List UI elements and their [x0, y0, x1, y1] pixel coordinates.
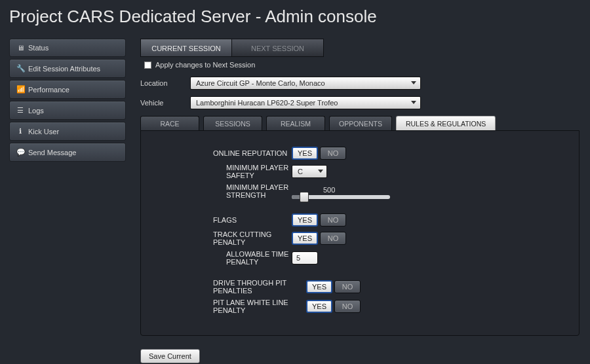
apply-next-checkbox[interactable] — [144, 62, 151, 69]
inner-tabs: RACE SESSIONS REALISM OPPONENTS RULES & … — [140, 116, 580, 130]
tab-next-session[interactable]: NEXT SESSION — [232, 39, 324, 57]
sidebar-item-kick-user[interactable]: ℹ Kick User — [9, 122, 126, 141]
track-cutting-toggle: YES NO — [292, 232, 346, 245]
vehicle-value: Lamborghini Huracan LP620-2 Super Trofeo — [196, 99, 338, 107]
min-strength-value: 500 — [323, 186, 335, 194]
sidebar-item-label: Status — [28, 44, 49, 52]
info-icon: ℹ — [16, 127, 24, 136]
rules-panel: ONLINE REPUTATION YES NO MINIMUM PLAYER … — [140, 130, 580, 336]
bars-icon: 📶 — [16, 85, 24, 94]
sidebar-item-label: Performance — [28, 86, 69, 94]
sidebar-item-label: Send Message — [28, 149, 76, 156]
drive-through-label: DRIVE THROUGH PIT PENALTIES — [154, 279, 306, 295]
allowable-time-input[interactable]: 5 — [292, 251, 318, 264]
sidebar-item-label: Edit Session Attributes — [28, 65, 100, 73]
tab-sessions[interactable]: SESSIONS — [203, 116, 262, 130]
tab-opponents[interactable]: OPPONENTS — [329, 116, 392, 130]
sidebar-item-status[interactable]: 🖥 Status — [9, 39, 126, 57]
sidebar-item-logs[interactable]: ☰ Logs — [9, 101, 126, 120]
pit-white-line-label: PIT LANE WHITE LINE PENALTY — [154, 299, 306, 314]
pit-white-line-yes[interactable]: YES — [306, 300, 332, 313]
chevron-down-icon — [411, 101, 416, 104]
save-current-button[interactable]: Save Current — [140, 349, 200, 363]
track-cutting-yes[interactable]: YES — [292, 232, 318, 245]
sidebar: 🖥 Status 🔧 Edit Session Attributes 📶 Per… — [0, 39, 126, 363]
allowable-time-value: 5 — [296, 254, 300, 262]
min-strength-label: MINIMUM PLAYER STRENGTH — [154, 183, 292, 199]
tab-current-session[interactable]: CURRENT SESSION — [140, 39, 232, 57]
min-strength-slider[interactable] — [292, 195, 390, 199]
flags-toggle: YES NO — [292, 213, 346, 227]
sidebar-item-label: Logs — [28, 107, 44, 115]
vehicle-label: Vehicle — [140, 99, 190, 107]
online-reputation-yes[interactable]: YES — [292, 147, 318, 160]
sidebar-item-label: Kick User — [28, 128, 59, 136]
location-label: Location — [140, 79, 190, 87]
online-reputation-toggle: YES NO — [292, 147, 346, 160]
allowable-time-label: ALLOWABLE TIME PENALTY — [154, 250, 292, 266]
slider-knob[interactable] — [300, 192, 309, 202]
chevron-down-icon — [318, 170, 323, 173]
chat-icon: 💬 — [16, 148, 24, 156]
pit-white-line-no[interactable]: NO — [334, 300, 361, 313]
drive-through-toggle: YES NO — [306, 280, 361, 293]
min-safety-value: C — [298, 168, 303, 175]
vehicle-select[interactable]: Lamborghini Huracan LP620-2 Super Trofeo — [190, 96, 421, 109]
online-reputation-no[interactable]: NO — [320, 147, 346, 160]
track-cutting-label: TRACK CUTTING PENALTY — [154, 230, 292, 246]
location-select[interactable]: Azure Circuit GP - Monte Carlo, Monaco — [190, 77, 421, 90]
apply-next-row: Apply changes to Next Session — [144, 61, 580, 69]
online-reputation-label: ONLINE REPUTATION — [154, 149, 292, 157]
apply-next-label: Apply changes to Next Session — [155, 61, 255, 69]
flags-no[interactable]: NO — [320, 213, 346, 227]
track-cutting-no[interactable]: NO — [320, 232, 346, 245]
main-content: CURRENT SESSION NEXT SESSION Apply chang… — [126, 39, 590, 363]
tab-race[interactable]: RACE — [140, 116, 199, 130]
monitor-icon: 🖥 — [16, 44, 24, 52]
wrench-icon: 🔧 — [16, 64, 24, 73]
sidebar-item-edit-session[interactable]: 🔧 Edit Session Attributes — [9, 59, 126, 78]
sidebar-item-performance[interactable]: 📶 Performance — [9, 80, 126, 99]
min-safety-select[interactable]: C — [292, 165, 327, 178]
location-value: Azure Circuit GP - Monte Carlo, Monaco — [196, 79, 325, 87]
tab-realism[interactable]: REALISM — [266, 116, 325, 130]
drive-through-yes[interactable]: YES — [306, 280, 332, 293]
sidebar-item-send-message[interactable]: 💬 Send Message — [9, 143, 126, 162]
chevron-down-icon — [411, 81, 416, 84]
tab-rules-regulations[interactable]: RULES & REGULATIONS — [396, 116, 496, 130]
flags-yes[interactable]: YES — [292, 213, 318, 227]
session-tabs: CURRENT SESSION NEXT SESSION — [140, 39, 580, 57]
page-title: Project CARS Dedicated Server - Admin co… — [0, 0, 590, 39]
list-icon: ☰ — [16, 106, 24, 115]
drive-through-no[interactable]: NO — [334, 280, 361, 293]
min-safety-label: MINIMUM PLAYER SAFETY — [154, 164, 292, 179]
pit-white-line-toggle: YES NO — [306, 300, 361, 313]
flags-label: FLAGS — [154, 216, 292, 224]
